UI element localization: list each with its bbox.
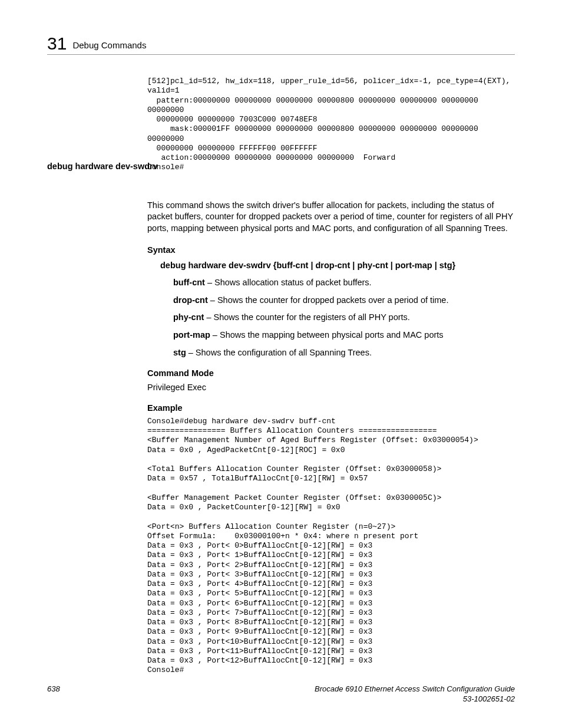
param-port-map: port-map – Shows the mapping between phy…: [173, 330, 515, 341]
command-mode-value: Privileged Exec: [147, 382, 515, 394]
page-body: [512]pcl_id=512, hw_idx=118, upper_rule_…: [147, 77, 515, 686]
param-buff-cnt: buff-cnt – Shows allocation status of pa…: [173, 277, 515, 289]
chapter-number: 31: [47, 32, 67, 56]
param-name: drop-cnt: [173, 295, 208, 305]
param-name: phy-cnt: [173, 312, 204, 322]
example-heading: Example: [147, 403, 515, 414]
footer-right: Brocade 6910 Ethernet Access Switch Conf…: [315, 684, 515, 704]
param-desc: – Shows the mapping between physical por…: [210, 330, 444, 340]
param-desc: – Shows allocation status of packet buff…: [205, 278, 372, 287]
param-desc: – Shows the configuration of all Spannin…: [186, 348, 372, 357]
page-footer: 638 Brocade 6910 Ethernet Access Switch …: [47, 684, 515, 704]
param-phy-cnt: phy-cnt – Shows the counter for the regi…: [173, 312, 515, 324]
param-name: buff-cnt: [173, 278, 205, 287]
page: 31 Debug Commands debug hardware dev-swd…: [0, 0, 562, 728]
chapter-title: Debug Commands: [72, 39, 146, 51]
param-desc: – Shows the counter for dropped packets …: [208, 295, 449, 305]
doc-number: 53-1002651-02: [315, 694, 515, 704]
code-block-pcl: [512]pcl_id=512, hw_idx=118, upper_rule_…: [147, 77, 515, 173]
param-stg: stg – Shows the configuration of all Spa…: [173, 347, 515, 359]
doc-title: Brocade 6910 Ethernet Access Switch Conf…: [315, 684, 515, 694]
syntax-heading: Syntax: [147, 245, 515, 256]
param-name: port-map: [173, 330, 210, 340]
example-code-block: Console#debug hardware dev-swdrv buff-cn…: [147, 417, 515, 676]
param-name: stg: [173, 348, 186, 357]
command-description: This command shows the switch driver's b…: [147, 200, 515, 235]
command-mode-heading: Command Mode: [147, 368, 515, 380]
syntax-line: debug hardware dev-swdrv {buff-cnt | dro…: [160, 260, 515, 272]
page-header: 31 Debug Commands: [47, 31, 515, 55]
command-name-heading: debug hardware dev-swdrv: [47, 161, 158, 173]
param-drop-cnt: drop-cnt – Shows the counter for dropped…: [173, 295, 515, 307]
param-desc: – Shows the counter for the registers of…: [204, 312, 410, 322]
page-number: 638: [47, 684, 60, 704]
